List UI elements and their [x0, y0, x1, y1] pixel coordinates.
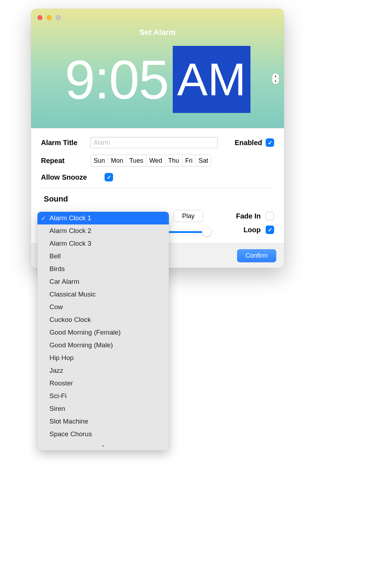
header: Set Alarm 9:05 AM ▲ ▼	[31, 9, 284, 128]
sound-option-label: Birds	[49, 265, 65, 273]
fade-in-label: Fade In	[236, 212, 261, 220]
slider-thumb[interactable]	[202, 227, 211, 236]
sound-option-label: Alarm Clock 1	[49, 214, 91, 222]
sound-option-label: Sci-Fi	[49, 392, 67, 400]
sound-option-label: Rooster	[49, 379, 73, 387]
repeat-day-sun[interactable]: Sun	[91, 155, 108, 166]
window-title: Set Alarm	[31, 28, 284, 37]
time-row: 9:05 AM	[31, 46, 284, 113]
repeat-day-mon[interactable]: Mon	[108, 155, 126, 166]
sound-option[interactable]: Siren	[37, 402, 169, 415]
sound-option[interactable]: Alarm Clock 2	[37, 224, 169, 237]
sound-option-label: Hip Hop	[49, 354, 74, 362]
sound-option[interactable]: Birds	[37, 263, 169, 275]
sound-option[interactable]: Hip Hop	[37, 352, 169, 364]
sound-option-label: Cuckoo Clock	[49, 316, 91, 324]
sound-option[interactable]: Rooster	[37, 377, 169, 390]
sound-option-label: Slot Machine	[49, 418, 88, 425]
sound-option-label: Classical Music	[49, 290, 96, 298]
sound-option[interactable]: Cow	[37, 301, 169, 313]
sound-option[interactable]: Car Alarm	[37, 275, 169, 288]
sound-section-title: Sound	[41, 194, 274, 204]
fade-in-group: Fade In	[236, 212, 274, 220]
repeat-segment: Sun Mon Tues Wed Thu Fri Sat	[90, 155, 211, 167]
sound-option[interactable]: Space Chorus	[37, 428, 169, 440]
repeat-day-fri[interactable]: Fri	[182, 155, 196, 166]
sound-option-label: Jazz	[49, 367, 63, 374]
repeat-label: Repeat	[41, 157, 90, 165]
window-controls	[37, 15, 61, 20]
ampm-text: AM	[177, 56, 246, 102]
sound-option[interactable]: Alarm Clock 3	[37, 237, 169, 250]
enabled-label: Enabled	[235, 139, 262, 147]
sound-option-label: Siren	[49, 405, 65, 413]
sound-option[interactable]: Slot Machine	[37, 415, 169, 428]
sound-option-label: Good Morning (Male)	[49, 341, 113, 349]
sound-option[interactable]: Sci-Fi	[37, 390, 169, 402]
time-stepper[interactable]: ▲ ▼	[272, 73, 279, 84]
sound-option[interactable]: Cuckoo Clock	[37, 313, 169, 326]
repeat-day-wed[interactable]: Wed	[146, 155, 165, 166]
sound-option[interactable]: Good Morning (Female)	[37, 326, 169, 339]
alarm-title-label: Alarm Title	[41, 139, 90, 147]
minimize-button[interactable]	[47, 15, 52, 20]
sound-option[interactable]: Jazz	[37, 364, 169, 377]
loop-checkbox[interactable]: ✓	[266, 226, 274, 234]
allow-snooze-checkbox[interactable]: ✓	[105, 173, 113, 181]
sound-option[interactable]: Bell	[37, 250, 169, 263]
fade-in-checkbox[interactable]	[266, 212, 274, 220]
sound-option-label: Alarm Clock 2	[49, 227, 91, 235]
sound-option-label: Alarm Clock 3	[49, 240, 91, 247]
sound-dropdown[interactable]: ✓Alarm Clock 1Alarm Clock 2Alarm Clock 3…	[37, 212, 169, 450]
alarm-title-row: Alarm Title Enabled ✓	[41, 137, 274, 148]
alarm-title-input[interactable]	[90, 137, 218, 148]
close-button[interactable]	[37, 15, 42, 20]
loop-group: Loop ✓	[243, 226, 274, 234]
stepper-up-icon[interactable]: ▲	[272, 73, 279, 79]
sound-option-label: Car Alarm	[49, 278, 79, 286]
maximize-button[interactable]	[56, 15, 61, 20]
sound-option-label: Cow	[49, 303, 63, 311]
stepper-down-icon[interactable]: ▼	[272, 79, 279, 84]
sound-option[interactable]: Good Morning (Male)	[37, 339, 169, 352]
confirm-button[interactable]: Confirm	[237, 249, 276, 262]
check-icon: ✓	[41, 215, 46, 222]
sound-option[interactable]: Classical Music	[37, 288, 169, 301]
repeat-day-sat[interactable]: Sat	[196, 155, 211, 166]
snooze-row: Allow Snooze ✓	[41, 173, 274, 181]
dropdown-scroll-down-icon[interactable]: ⌄	[37, 440, 169, 449]
sound-option-label: Good Morning (Female)	[49, 329, 121, 336]
sound-option[interactable]: ✓Alarm Clock 1	[37, 212, 169, 224]
loop-label: Loop	[243, 226, 261, 234]
repeat-row: Repeat Sun Mon Tues Wed Thu Fri Sat	[41, 155, 274, 167]
divider	[41, 188, 274, 188]
enabled-group: Enabled ✓	[235, 138, 274, 147]
allow-snooze-label: Allow Snooze	[41, 173, 105, 181]
repeat-day-thu[interactable]: Thu	[165, 155, 182, 166]
play-button[interactable]: Play	[173, 210, 203, 222]
sound-option-label: Space Chorus	[49, 430, 92, 438]
ampm-selector[interactable]: AM	[173, 46, 250, 113]
time-display[interactable]: 9:05	[65, 52, 169, 107]
repeat-day-tues[interactable]: Tues	[126, 155, 146, 166]
sound-option-label: Bell	[49, 252, 61, 260]
enabled-checkbox[interactable]: ✓	[266, 138, 274, 147]
